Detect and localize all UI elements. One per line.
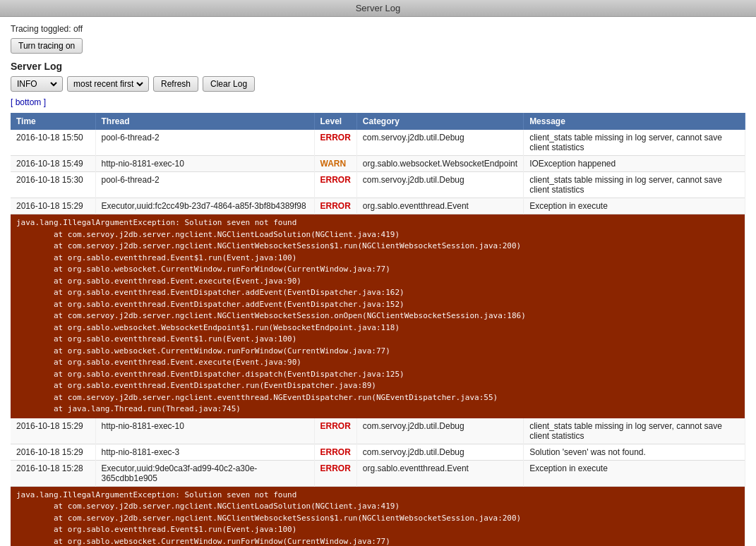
table-row: 2016-10-18 15:29http-nio-8181-exec-10ERR…	[11, 418, 745, 444]
level-select[interactable]: INFO DEBUG WARN ERROR	[14, 78, 59, 90]
toolbar: INFO DEBUG WARN ERROR most recent first …	[11, 76, 745, 92]
cell-time: 2016-10-18 15:28	[11, 460, 95, 486]
cell-time: 2016-10-18 15:50	[11, 130, 95, 156]
col-message: Message	[524, 113, 745, 130]
stacktrace-content: java.lang.IllegalArgumentException: Solu…	[11, 214, 745, 418]
log-body: 2016-10-18 15:50pool-6-thread-2ERRORcom.…	[11, 130, 745, 546]
cell-time: 2016-10-18 15:49	[11, 156, 95, 172]
cell-level: ERROR	[314, 130, 356, 156]
cell-level: ERROR	[314, 444, 356, 460]
table-row: 2016-10-18 15:49http-nio-8181-exec-10WAR…	[11, 156, 745, 172]
stacktrace-row: java.lang.IllegalArgumentException: Solu…	[11, 214, 745, 418]
log-table: Time Thread Level Category Message 2016-…	[11, 113, 745, 546]
cell-level: ERROR	[314, 418, 356, 444]
cell-message: IOException happened	[524, 156, 745, 172]
cell-time: 2016-10-18 15:30	[11, 172, 95, 198]
table-row: 2016-10-18 15:29Executor,uuid:fc2cc49b-2…	[11, 198, 745, 214]
cell-time: 2016-10-18 15:29	[11, 444, 95, 460]
cell-category: org.sablo.eventthread.Event	[356, 460, 523, 486]
table-row: 2016-10-18 15:30pool-6-thread-2ERRORcom.…	[11, 172, 745, 198]
cell-category: org.sablo.websocket.WebsocketEndpoint	[356, 156, 523, 172]
col-time: Time	[11, 113, 95, 130]
cell-level: WARN	[314, 156, 356, 172]
tracing-section: Tracing toggled: off Turn tracing on	[11, 24, 745, 54]
turn-tracing-button[interactable]: Turn tracing on	[11, 38, 83, 54]
col-level: Level	[314, 113, 356, 130]
col-category: Category	[356, 113, 523, 130]
cell-thread: http-nio-8181-exec-10	[95, 156, 314, 172]
cell-category: com.servoy.j2db.util.Debug	[356, 418, 523, 444]
cell-level: ERROR	[314, 172, 356, 198]
cell-thread: Executor,uuid:fc2cc49b-23d7-4864-a85f-3b…	[95, 198, 314, 214]
order-select[interactable]: most recent first oldest first	[71, 78, 145, 90]
refresh-button[interactable]: Refresh	[153, 76, 198, 92]
cell-message: client_stats table missing in log server…	[524, 130, 745, 156]
title-label: Server Log	[356, 3, 401, 13]
cell-thread: http-nio-8181-exec-10	[95, 418, 314, 444]
cell-message: Solution 'seven' was not found.	[524, 444, 745, 460]
bottom-link[interactable]: [ bottom ]	[11, 97, 46, 107]
order-select-wrapper[interactable]: most recent first oldest first	[67, 76, 149, 92]
cell-time: 2016-10-18 15:29	[11, 418, 95, 444]
cell-category: org.sablo.eventthread.Event	[356, 198, 523, 214]
table-row: 2016-10-18 15:28Executor,uuid:9de0ca3f-a…	[11, 460, 745, 486]
title-bar: Server Log	[0, 0, 756, 17]
cell-category: com.servoy.j2db.util.Debug	[356, 130, 523, 156]
cell-thread: http-nio-8181-exec-3	[95, 444, 314, 460]
level-select-wrapper[interactable]: INFO DEBUG WARN ERROR	[11, 76, 63, 92]
cell-thread: pool-6-thread-2	[95, 130, 314, 156]
table-header: Time Thread Level Category Message	[11, 113, 745, 130]
cell-time: 2016-10-18 15:29	[11, 198, 95, 214]
table-row: 2016-10-18 15:29http-nio-8181-exec-3ERRO…	[11, 444, 745, 460]
cell-category: com.servoy.j2db.util.Debug	[356, 172, 523, 198]
cell-message: Exception in execute	[524, 198, 745, 214]
cell-message: client_stats table missing in log server…	[524, 172, 745, 198]
tracing-status: Tracing toggled: off	[11, 24, 745, 34]
cell-thread: Executor,uuid:9de0ca3f-ad99-40c2-a30e-36…	[95, 460, 314, 486]
cell-message: Exception in execute	[524, 460, 745, 486]
cell-thread: pool-6-thread-2	[95, 172, 314, 198]
cell-level: ERROR	[314, 460, 356, 486]
cell-level: ERROR	[314, 198, 356, 214]
stacktrace-content: java.lang.IllegalArgumentException: Solu…	[11, 486, 745, 546]
col-thread: Thread	[95, 113, 314, 130]
cell-message: client_stats table missing in log server…	[524, 418, 745, 444]
cell-category: com.servoy.j2db.util.Debug	[356, 444, 523, 460]
clear-log-button[interactable]: Clear Log	[203, 76, 255, 92]
section-title: Server Log	[11, 61, 745, 72]
stacktrace-row: java.lang.IllegalArgumentException: Solu…	[11, 486, 745, 546]
table-row: 2016-10-18 15:50pool-6-thread-2ERRORcom.…	[11, 130, 745, 156]
